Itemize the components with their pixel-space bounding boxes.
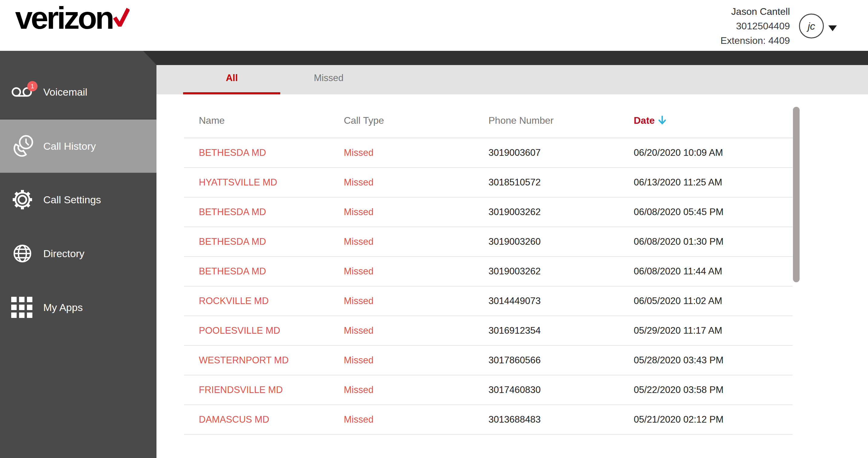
table-row[interactable]: ROCKVILLE MD Missed 3014449073 06/05/202… [184, 287, 793, 316]
row-call-type: Missed [344, 207, 373, 218]
row-call-type: Missed [344, 147, 373, 158]
row-date: 06/20/2020 10:09 AM [634, 147, 723, 158]
row-name-link[interactable]: DAMASCUS MD [199, 414, 269, 425]
globe-icon [11, 242, 34, 265]
table-row[interactable]: BETHESDA MD Missed 3019003260 06/08/2020… [184, 227, 793, 257]
table-row[interactable]: BETHESDA MD Missed 3019003607 06/20/2020… [184, 138, 793, 168]
row-name-link[interactable]: ROCKVILLE MD [199, 296, 269, 306]
chevron-down-icon[interactable] [828, 25, 837, 31]
row-date: 06/13/2020 11:25 AM [634, 177, 722, 188]
row-name-link[interactable]: HYATTSVILLE MD [199, 177, 277, 188]
row-call-type: Missed [344, 325, 373, 336]
row-call-type: Missed [344, 414, 373, 425]
row-phone-number: 3019003260 [489, 236, 540, 247]
sidebar-item-directory[interactable]: Directory [0, 227, 156, 281]
row-name-link[interactable]: WESTERNPORT MD [199, 355, 289, 366]
user-info: Jason Cantell 3012504409 Extension: 4409 [721, 4, 790, 48]
table-row[interactable]: BETHESDA MD Missed 3019003262 06/08/2020… [184, 257, 793, 287]
header: verizon Jason Cantell 3012504409 Extensi… [0, 0, 868, 51]
row-call-type: Missed [344, 266, 373, 277]
row-name-link[interactable]: POOLESVILLE MD [199, 325, 280, 336]
verizon-logo: verizon [15, 1, 129, 34]
column-header-name[interactable]: Name [199, 115, 224, 126]
tab-missed[interactable]: Missed [314, 73, 343, 84]
sidebar-item-call-settings[interactable]: Call Settings [0, 173, 156, 227]
verizon-logo-text: verizon [15, 1, 113, 34]
sidebar-item-label: Call History [43, 140, 96, 152]
user-phone: 3012504409 [721, 19, 790, 33]
table-body: BETHESDA MD Missed 3019003607 06/20/2020… [184, 138, 793, 435]
call-history-table: Name Call Type Phone Number Date BETHESD… [184, 103, 793, 435]
row-date: 06/08/2020 05:45 PM [634, 207, 723, 218]
table-header: Name Call Type Phone Number Date [184, 103, 793, 138]
table-row[interactable]: DAMASCUS MD Missed 3013688483 05/21/2020… [184, 405, 793, 435]
row-call-type: Missed [344, 385, 373, 395]
scrollbar-thumb[interactable] [793, 107, 800, 282]
tab-bar: All Missed [156, 65, 868, 94]
sort-desc-icon [658, 116, 666, 125]
tab-all[interactable]: All [226, 73, 238, 84]
call-history-icon [11, 134, 34, 158]
sidebar-item-label: Call Settings [43, 194, 101, 206]
row-phone-number: 3017860566 [489, 355, 540, 366]
app: verizon Jason Cantell 3012504409 Extensi… [0, 0, 868, 458]
row-date: 05/22/2020 03:58 PM [634, 385, 723, 395]
row-call-type: Missed [344, 177, 373, 188]
row-phone-number: 3016912354 [489, 325, 540, 336]
row-phone-number: 3017460830 [489, 385, 540, 395]
row-phone-number: 3018510572 [489, 177, 540, 188]
row-date: 05/29/2020 11:17 AM [634, 325, 722, 336]
avatar-initials: jc [808, 20, 815, 32]
row-date: 05/21/2020 02:12 PM [634, 414, 723, 425]
row-name-link[interactable]: BETHESDA MD [199, 266, 266, 277]
sidebar-item-label: Voicemail [43, 86, 88, 98]
row-phone-number: 3019003262 [489, 207, 540, 218]
sidebar-item-label: My Apps [43, 302, 83, 314]
verizon-check-icon [113, 7, 129, 27]
row-phone-number: 3014449073 [489, 296, 540, 306]
row-name-link[interactable]: BETHESDA MD [199, 147, 266, 158]
row-call-type: Missed [344, 296, 373, 306]
active-tab-underline [183, 92, 280, 94]
column-header-date-label: Date [634, 115, 655, 126]
avatar[interactable]: jc [799, 13, 824, 38]
row-phone-number: 3019003262 [489, 266, 540, 277]
row-call-type: Missed [344, 355, 373, 366]
row-phone-number: 3019003607 [489, 147, 540, 158]
row-name-link[interactable]: BETHESDA MD [199, 236, 266, 247]
row-date: 06/08/2020 01:30 PM [634, 236, 723, 247]
user-name: Jason Cantell [721, 4, 790, 19]
table-row[interactable]: HYATTSVILLE MD Missed 3018510572 06/13/2… [184, 168, 793, 198]
sidebar: 1 Voicemail Call History [0, 51, 156, 458]
sidebar-item-label: Directory [43, 248, 85, 260]
row-name-link[interactable]: BETHESDA MD [199, 207, 266, 218]
grid-icon [11, 296, 33, 318]
sidebar-item-voicemail[interactable]: 1 Voicemail [0, 65, 156, 119]
sidebar-item-call-history[interactable]: Call History [0, 119, 156, 173]
gear-icon [11, 188, 34, 211]
table-row[interactable]: POOLESVILLE MD Missed 3016912354 05/29/2… [184, 316, 793, 346]
row-name-link[interactable]: FRIENDSVILLE MD [199, 385, 283, 395]
column-header-date[interactable]: Date [634, 115, 666, 126]
row-phone-number: 3013688483 [489, 414, 540, 425]
table-row[interactable]: WESTERNPORT MD Missed 3017860566 05/28/2… [184, 346, 793, 375]
column-header-call-type[interactable]: Call Type [344, 115, 384, 126]
row-date: 05/28/2020 03:43 PM [634, 355, 723, 366]
table-row[interactable]: BETHESDA MD Missed 3019003262 06/08/2020… [184, 198, 793, 227]
row-call-type: Missed [344, 236, 373, 247]
user-extension: Extension: 4409 [721, 33, 790, 48]
row-date: 06/05/2020 11:02 AM [634, 296, 722, 306]
sidebar-item-my-apps[interactable]: My Apps [0, 281, 156, 334]
table-row[interactable]: FRIENDSVILLE MD Missed 3017460830 05/22/… [184, 375, 793, 405]
column-header-phone[interactable]: Phone Number [489, 115, 554, 126]
row-date: 06/08/2020 11:44 AM [634, 266, 722, 277]
voicemail-badge: 1 [27, 81, 37, 91]
